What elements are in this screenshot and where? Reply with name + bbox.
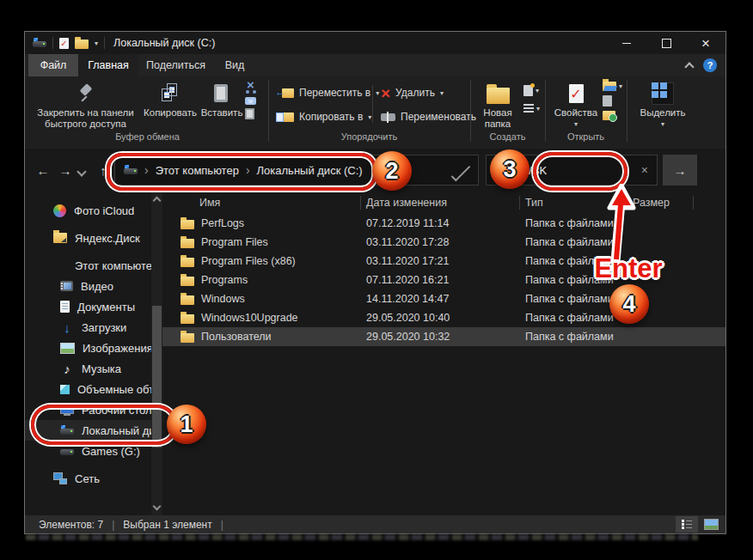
forward-icon[interactable]: → (54, 163, 77, 178)
copy-to-icon (275, 112, 294, 123)
paste-shortcut-icon[interactable] (245, 108, 254, 119)
chevron-down-icon: ▾ (440, 89, 444, 97)
sidebar-item[interactable]: Яндекс.Диск (25, 228, 151, 248)
scroll-down-icon[interactable] (153, 502, 162, 511)
annotation-rect-local-disk (31, 405, 177, 445)
selection-count: Выбран 1 элемент (123, 519, 211, 531)
paste-button[interactable]: Вставить (199, 80, 244, 119)
qat-properties-icon[interactable]: ✓ (59, 38, 69, 49)
sidebar-item[interactable]: Видео (25, 276, 151, 296)
easy-access-icon (523, 104, 534, 113)
details-view-button[interactable] (676, 516, 698, 533)
recent-locations-icon[interactable] (77, 167, 86, 176)
scroll-up-icon[interactable] (153, 197, 162, 205)
new-item-button[interactable]: ▾ (523, 85, 540, 96)
search-go-button[interactable]: → (663, 155, 697, 186)
annotation-rect-address (107, 153, 376, 191)
chevron-down-icon: ▾ (376, 89, 379, 97)
column-header-name[interactable]: Имя (180, 197, 366, 209)
maximize-button[interactable] (646, 32, 686, 54)
column-header-date[interactable]: Дата изменения (366, 197, 525, 209)
tab-file[interactable]: Файл (28, 54, 78, 76)
tab-share[interactable]: Поделиться (138, 54, 213, 76)
sidebar-item[interactable]: Этот компьютер (25, 255, 151, 276)
rename-button[interactable]: Переименовать (381, 111, 476, 123)
chevron-down-icon: ▾ (368, 113, 371, 121)
edit-icon[interactable] (603, 95, 612, 107)
sidebar-item[interactable]: Изображения (25, 338, 151, 358)
folder-icon (181, 239, 194, 248)
title-bar: ✓ ▾ Локальный диск (C:) × (25, 32, 725, 54)
yandex-disk-icon (53, 233, 67, 243)
annotation-arrow (599, 184, 642, 265)
collapse-ribbon-icon[interactable] (684, 62, 694, 71)
new-item-icon (523, 85, 533, 96)
copy-to-button[interactable]: Копировать в ▾ (275, 111, 371, 123)
qat-new-folder-icon[interactable] (75, 40, 89, 49)
select-button[interactable]: Выделить ▾ (633, 80, 693, 130)
delete-icon: × (381, 88, 390, 99)
pictures-icon (60, 343, 75, 354)
downloads-icon: ↓ (60, 320, 74, 334)
cut-icon[interactable] (245, 82, 258, 94)
thumbnails-view-button[interactable] (700, 516, 722, 533)
group-label-open: Открыть (545, 131, 627, 142)
copy-path-icon[interactable]: w (245, 97, 256, 105)
properties-button[interactable]: ✓ Свойства ▾ (551, 80, 601, 130)
navigation-pane: Фото iCloud Яндекс.Диск Этот компьютер В… (25, 192, 151, 515)
videos-icon (60, 281, 73, 291)
properties-icon: ✓ (569, 84, 584, 103)
folder-icon (181, 333, 194, 343)
sidebar-item[interactable]: Фото iCloud (25, 200, 151, 221)
move-to-button[interactable]: Переместить в ▾ (275, 87, 379, 99)
network-icon (53, 472, 67, 484)
documents-icon (60, 301, 70, 313)
paste-icon (214, 83, 230, 104)
folder-icon (181, 258, 194, 267)
quick-access-toolbar: ✓ ▾ (33, 37, 105, 49)
tab-view[interactable]: Вид (213, 54, 256, 76)
minimize-button[interactable] (607, 32, 646, 54)
sidebar-item[interactable]: ↓ Загрузки (25, 317, 151, 338)
help-icon[interactable]: ? (703, 58, 717, 72)
new-folder-button[interactable]: Новая папка (475, 80, 520, 130)
address-dropdown-icon[interactable] (451, 161, 471, 181)
move-to-icon (275, 88, 294, 99)
folder-icon (181, 277, 194, 286)
folder-icon (181, 220, 194, 229)
qat-chevron-down-icon[interactable]: ▾ (95, 40, 98, 47)
open-button[interactable]: ▾ (603, 82, 622, 91)
group-label-new: Создать (470, 131, 545, 142)
sidebar-scrollbar[interactable] (151, 192, 162, 515)
ribbon: Закрепить на панели быстрого доступа Коп… (25, 76, 725, 149)
annotation-enter-label: Enter (584, 253, 673, 284)
copy-button[interactable]: Копировать (143, 80, 198, 119)
sidebar-item[interactable]: Документы (25, 296, 151, 317)
this-pc-icon (53, 259, 67, 272)
games-drive-icon (60, 445, 74, 457)
items-count: Элементов: 7 (39, 519, 103, 531)
sidebar-item[interactable]: Объемные объ (25, 379, 151, 399)
sidebar-item[interactable]: ♪ Музыка (25, 358, 151, 379)
pin-to-quick-access-button[interactable]: Закрепить на панели быстрого доступа (31, 80, 140, 130)
delete-button[interactable]: × Удалить ▾ (381, 87, 444, 99)
history-icon[interactable] (603, 111, 615, 120)
sidebar-item[interactable]: Сеть (25, 468, 151, 489)
close-button[interactable]: × (686, 32, 725, 54)
status-bar: Элементов: 7 | Выбран 1 элемент | (25, 515, 725, 533)
folder-icon (181, 295, 194, 305)
group-label-organize: Упорядочить (268, 131, 470, 142)
tab-home[interactable]: Главная (78, 54, 138, 76)
select-icon (652, 82, 674, 105)
annotation-step-2: 2 (372, 151, 412, 191)
caption-buttons: × (607, 32, 725, 54)
annotation-step-4: 4 (609, 284, 649, 324)
drive-icon (33, 37, 46, 49)
copy-icon (159, 83, 181, 104)
clear-search-icon[interactable]: × (641, 163, 650, 177)
ribbon-tab-strip: Файл Главная Поделиться Вид ? (25, 54, 725, 76)
easy-access-button[interactable]: ▾ (523, 104, 540, 113)
file-row[interactable]: Пользователи 29.05.2020 10:32 Папка с фа… (162, 327, 725, 346)
annotation-step-3: 3 (490, 149, 530, 189)
back-icon[interactable]: ← (32, 163, 54, 178)
